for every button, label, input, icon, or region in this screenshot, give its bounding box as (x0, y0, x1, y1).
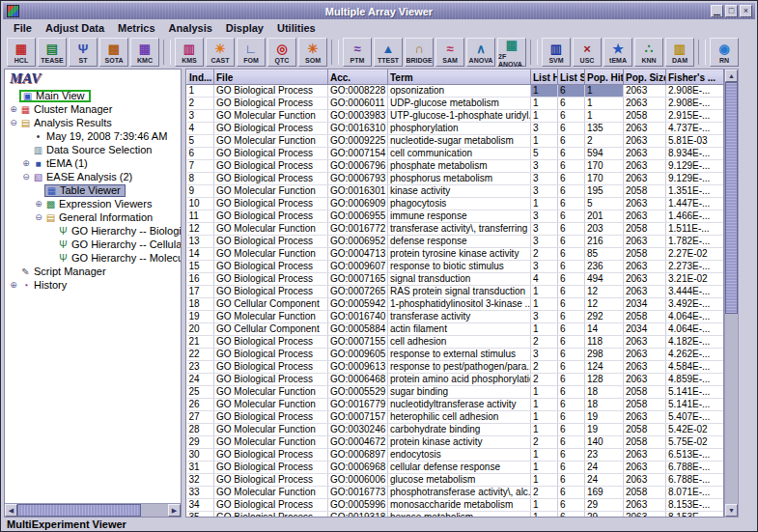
table-cell[interactable]: GO Biological Process (214, 349, 328, 361)
table-cell[interactable]: 32 (187, 474, 214, 487)
table-cell[interactable]: 14 (585, 323, 624, 336)
table-cell[interactable]: 2063 (624, 261, 666, 273)
table-cell[interactable]: 2063 (624, 349, 666, 361)
table-cell[interactable]: 1 (531, 424, 558, 436)
table-cell[interactable]: 2063 (624, 173, 666, 185)
table-cell[interactable]: GO Biological Process (214, 449, 328, 462)
table-cell[interactable]: 5 (187, 135, 214, 148)
scroll-right-arrow[interactable]: ▶ (168, 504, 181, 517)
table-cell[interactable]: 6 (558, 399, 585, 411)
table-cell[interactable]: GO Molecular Function (214, 135, 328, 148)
table-cell[interactable]: 6 (558, 198, 585, 210)
table-cell[interactable]: RAS protein signal transduction (388, 286, 531, 298)
table-cell[interactable]: 30 (187, 449, 214, 462)
table-cell[interactable]: 6 (558, 123, 585, 135)
table-cell[interactable]: GO Molecular Function (214, 487, 328, 499)
table-cell[interactable]: GO:0004713 (328, 248, 388, 261)
minimize-button[interactable]: ▁ (711, 5, 723, 17)
table-cell[interactable]: 2 (531, 336, 558, 349)
menu-metrics[interactable]: Metrics (111, 21, 162, 35)
table-cell[interactable]: 1.466E-... (666, 210, 724, 223)
table-cell[interactable]: 24 (585, 474, 624, 487)
tree-item-general-information[interactable]: ⊖▤General Information (5, 210, 181, 224)
table-cell[interactable]: 2058 (624, 386, 666, 399)
table-cell[interactable]: GO Biological Process (214, 173, 328, 185)
table-cell[interactable]: 2063 (624, 236, 666, 248)
table-cell[interactable]: glucose metabolism (388, 474, 531, 487)
table-cell[interactable]: 2058 (624, 424, 666, 436)
table-cell[interactable]: GO:0004672 (328, 436, 388, 449)
table-cell[interactable]: 118 (585, 336, 624, 349)
vertical-scroll-thumb[interactable] (725, 82, 738, 314)
table-cell[interactable]: cell communication (388, 148, 531, 160)
close-button[interactable]: × (740, 5, 752, 17)
table-cell[interactable]: 6 (558, 286, 585, 298)
table-cell[interactable]: 25 (187, 386, 214, 399)
table-cell[interactable]: 2058 (624, 311, 666, 323)
table-cell[interactable]: 5 (585, 198, 624, 210)
table-row[interactable]: 2GO Biological ProcessGO:0006011UDP-gluc… (187, 98, 724, 110)
menu-utilities[interactable]: Utilities (270, 21, 323, 35)
table-row[interactable]: 13GO Biological ProcessGO:0006952defense… (187, 236, 724, 248)
table-cell[interactable]: 3 (531, 349, 558, 361)
toolbar-button-anova[interactable]: ∧ANOVA (466, 38, 495, 67)
table-cell[interactable]: GO Biological Process (214, 98, 328, 110)
table-cell[interactable]: 3 (531, 311, 558, 323)
table-cell[interactable]: 2063 (624, 411, 666, 424)
table-cell[interactable]: GO:0006468 (328, 374, 388, 386)
table-cell[interactable]: 24 (187, 374, 214, 386)
table-cell[interactable]: 6 (558, 436, 585, 449)
table-cell[interactable]: GO Biological Process (214, 123, 328, 135)
table-cell[interactable]: GO:0006897 (328, 449, 388, 462)
table-cell[interactable]: 1 (531, 198, 558, 210)
table-cell[interactable]: 1.447E-... (666, 198, 724, 210)
table-cell[interactable]: 1.511E-... (666, 223, 724, 236)
table-cell[interactable]: 5.407E-... (666, 411, 724, 424)
table-cell[interactable]: 4.064E-... (666, 323, 724, 336)
table-cell[interactable]: 169 (585, 487, 624, 499)
table-cell[interactable]: 4.064E-... (666, 311, 724, 323)
table-cell[interactable]: 6 (558, 411, 585, 424)
toolbar-button-kmc[interactable]: ▦KMC (130, 38, 159, 67)
table-cell[interactable]: 2063 (624, 210, 666, 223)
table-cell[interactable]: GO:0016772 (328, 223, 388, 236)
table-row[interactable]: 25GO Molecular FunctionGO:0005529sugar b… (187, 386, 724, 399)
table-cell[interactable]: 3 (531, 210, 558, 223)
table-cell[interactable]: phosphorus metabolism (388, 173, 531, 185)
table-row[interactable]: 8GO Biological ProcessGO:0006793phosphor… (187, 173, 724, 185)
table-cell[interactable]: 1 (531, 462, 558, 474)
table-cell[interactable]: 6 (558, 311, 585, 323)
table-cell[interactable]: 7 (187, 160, 214, 173)
table-cell[interactable]: GO:0016740 (328, 311, 388, 323)
table-cell[interactable]: 29 (187, 436, 214, 449)
table-cell[interactable]: GO:0005942 (328, 298, 388, 311)
tree-collapsed-icon[interactable]: ⊕ (20, 158, 32, 168)
table-cell[interactable]: 6 (558, 487, 585, 499)
toolbar-button-usc[interactable]: ×USC (573, 38, 602, 67)
table-cell[interactable]: GO:0006909 (328, 198, 388, 210)
tree-item-main-view[interactable]: ▣Main View (5, 89, 181, 102)
table-cell[interactable]: 124 (585, 361, 624, 374)
tree-item-ease-analysis-2[interactable]: ⊖▧EASE Analysis (2) (5, 170, 181, 183)
table-cell[interactable]: 3 (531, 185, 558, 198)
table-cell[interactable]: GO Biological Process (214, 336, 328, 349)
table-cell[interactable]: GO Molecular Function (214, 399, 328, 411)
table-cell[interactable]: 5.141E-... (666, 399, 724, 411)
table-cell[interactable]: 292 (585, 311, 624, 323)
table-cell[interactable]: 23 (187, 361, 214, 374)
column-header-ind[interactable]: Ind... (187, 70, 214, 85)
table-row[interactable]: 6GO Biological ProcessGO:0007154cell com… (187, 148, 724, 160)
title-bar[interactable]: Multiple Array Viewer ▁ □ × (3, 3, 755, 20)
toolbar-button-tease[interactable]: ▤TEASE (38, 38, 67, 67)
table-cell[interactable]: GO:0007157 (328, 411, 388, 424)
table-cell[interactable]: 4 (187, 123, 214, 135)
table-cell[interactable]: GO Biological Process (214, 148, 328, 160)
table-cell[interactable]: 2.915E-... (666, 110, 724, 123)
table-cell[interactable]: 4.859E-... (666, 374, 724, 386)
table-cell[interactable]: 6 (558, 336, 585, 349)
table-cell[interactable]: GO:0009607 (328, 261, 388, 273)
column-header-file[interactable]: File (214, 70, 328, 85)
table-cell[interactable]: 1 (531, 298, 558, 311)
tree-collapsed-icon[interactable]: ⊕ (33, 199, 44, 209)
table-cell[interactable]: carbohydrate binding (388, 424, 531, 436)
